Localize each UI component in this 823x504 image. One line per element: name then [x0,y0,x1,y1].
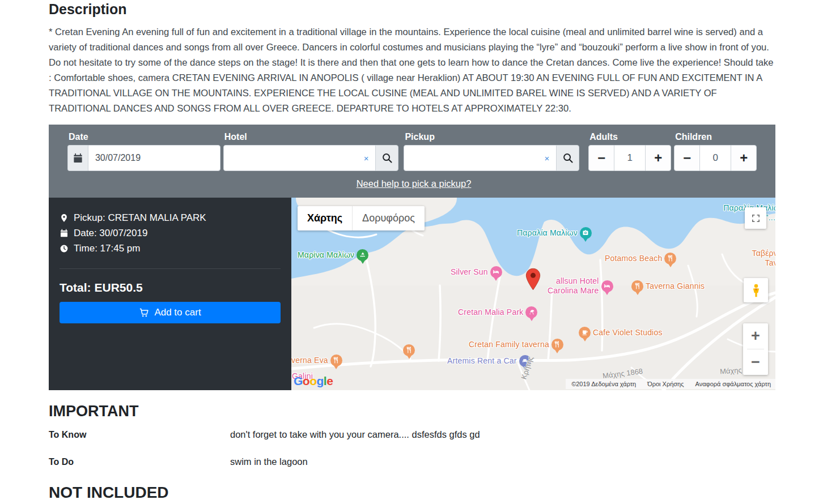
children-label: Children [675,132,760,142]
search-icon [562,152,574,164]
date-field-group: Date [67,132,220,171]
google-map[interactable]: Μαρίνα Μαλίων Παραλία Μαλίων Παραλία Μαλ… [291,198,775,390]
adults-count-input[interactable] [614,145,645,171]
children-stepper: − + [674,145,760,171]
poi-taverna-giannis[interactable]: Taverna Giannis [631,279,705,293]
search-icon [381,152,393,164]
zoom-control: + − [743,323,768,375]
summary-pickup-text: Pickup: CRETAN MALIA PARK [74,212,206,224]
terms-of-use-link[interactable]: Όροι Χρήσης [647,381,684,387]
map-attribution: ©2019 Δεδομένα χάρτη Όροι Χρήσης Αναφορά… [566,379,775,389]
description-body: * Cretan Evening An evening full of fun … [49,25,775,116]
cafe-icon [579,327,591,339]
poi-potamos-beach[interactable]: Potamos Beach [605,251,676,265]
adults-minus-button[interactable]: − [588,145,614,171]
children-minus-button[interactable]: − [674,145,700,171]
summary-pickup-line: Pickup: CRETAN MALIA PARK [60,210,281,225]
booking-widget: Date Hotel × [49,125,775,390]
poi-allsun-hotel[interactable]: allsun Hotel Carolina Mare [548,279,613,293]
children-field-group: Children − + [674,132,760,171]
children-plus-button[interactable]: + [731,145,757,171]
booking-form-bar: Date Hotel × [49,125,775,198]
to-know-value: don't forget to take with you your camer… [230,429,480,440]
hotel-bed-icon [490,266,502,278]
adults-label: Adults [589,132,671,142]
calendar-button[interactable] [67,145,88,171]
pickup-help-link[interactable]: Need help to pick a pickup? [357,178,472,189]
total-label: Total: [60,281,91,294]
add-to-cart-button[interactable]: Add to cart [60,302,281,323]
hotel-field-group: Hotel × [223,132,399,171]
zoom-in-button[interactable]: + [743,323,768,349]
description-heading: Description [49,1,775,18]
summary-time-text: Time: 17:45 pm [74,243,140,254]
calendar-icon [60,229,69,238]
map-type-map-button[interactable]: Χάρτης [298,206,352,230]
hotel-bed-icon [601,280,613,292]
report-map-error-link[interactable]: Αναφορά σφάλματος χάρτη [695,381,771,387]
poi-taverna-eva[interactable]: verna Eva [291,353,342,367]
restaurant-icon [664,253,676,264]
summary-date-line: Date: 30/07/2019 [60,225,281,241]
restaurant-icon [631,280,643,292]
important-heading: IMPORTANT [49,403,775,420]
to-do-value: swim in the lagoon [230,456,308,467]
beach-camera-icon [580,227,592,239]
hotel-search-button[interactable] [375,145,398,171]
pickup-label: Pickup [405,132,579,142]
map-type-satellite-button[interactable]: Δορυφόρος [352,206,425,230]
cart-icon [139,307,149,318]
date-label: Date [69,132,220,142]
fullscreen-button[interactable] [745,207,766,229]
poi-silver-sun[interactable]: Silver Sun [451,265,502,279]
location-pin-icon [60,213,69,223]
adults-plus-button[interactable]: + [645,145,671,171]
hotel-input[interactable] [223,145,376,171]
poi-taverna-northeast[interactable]: Ταβέρν Tav [752,249,775,268]
fullscreen-icon [751,213,761,223]
restaurant-icon [552,339,563,351]
poi-cafe-violet-studios[interactable]: Cafe Violet Studios [579,326,663,339]
poi-marina-malion[interactable]: Μαρίνα Μαλίων [298,248,368,262]
date-input[interactable] [88,145,220,171]
important-row-to-know: To Know don't forget to take with you yo… [49,429,775,440]
pegman-button[interactable] [744,278,768,302]
map-copyright: ©2019 Δεδομένα χάρτη [571,381,636,387]
pickup-field-group: Pickup × [404,132,579,171]
beach-umbrella-icon [525,306,537,318]
marina-icon [357,249,368,261]
selected-pickup-marker [525,268,541,291]
pickup-input[interactable] [404,145,557,171]
summary-divider [60,268,281,269]
children-count-input[interactable] [700,145,731,171]
add-to-cart-label: Add to cart [154,307,201,318]
restaurant-icon [330,354,342,366]
total-value: EUR50.5 [94,281,142,294]
calendar-icon [73,153,83,164]
summary-time-line: Time: 17:45 pm [60,241,281,256]
clock-icon [60,244,69,253]
not-included-heading: NOT INCLUDED [49,484,775,502]
booking-summary-panel: Pickup: CRETAN MALIA PARK Date: 30/07/20… [49,198,291,390]
hotel-clear-icon[interactable]: × [364,154,369,163]
pegman-icon [749,283,763,298]
google-logo[interactable]: Google [294,374,333,388]
pickup-clear-icon[interactable]: × [544,154,549,163]
hotel-label: Hotel [224,132,399,142]
restaurant-icon [403,344,415,356]
poi-cretan-malia-park[interactable]: Cretan Malia Park [458,305,537,319]
adults-field-group: Adults − + [588,132,671,171]
poi-paralia-malion[interactable]: Παραλία Μαλίων [517,226,592,240]
zoom-out-button[interactable]: − [743,349,768,375]
to-do-label: To Do [49,457,230,467]
map-type-control: Χάρτης Δορυφόρος [298,206,425,230]
important-row-to-do: To Do swim in the lagoon [49,456,775,467]
page-content: Description * Cretan Evening An evening … [49,0,775,502]
poi-artemis-rent-a-car[interactable]: Artemis Rent a Car [447,354,531,368]
to-know-label: To Know [49,430,230,440]
poi-restaurant-marker[interactable] [403,343,415,357]
poi-cretan-family-taverna[interactable]: Cretan Family taverna [469,338,563,351]
summary-date-text: Date: 30/07/2019 [74,228,147,239]
pickup-search-button[interactable] [556,145,579,171]
adults-stepper: − + [588,145,671,171]
